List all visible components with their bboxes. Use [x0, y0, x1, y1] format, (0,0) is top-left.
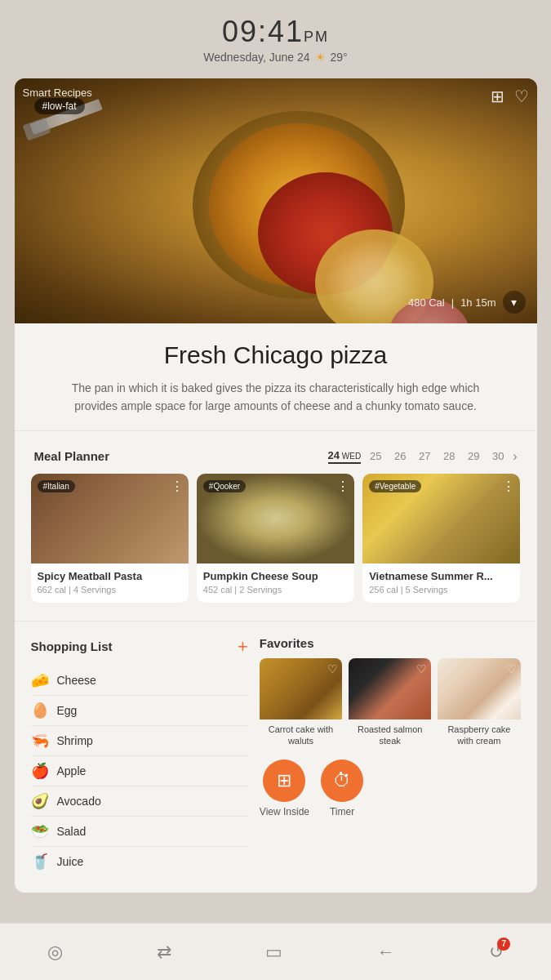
meal-meta-pasta: 662 cal | 4 Servings: [38, 585, 182, 595]
view-inside-button[interactable]: ⊞: [263, 760, 305, 802]
nav-home[interactable]: ◎: [47, 942, 63, 963]
shopping-item-egg: 🥚 Egg: [31, 696, 248, 726]
hero-label: Smart Recipes: [23, 87, 92, 99]
juice-icon: 🥤: [31, 853, 49, 871]
fav-card-raspberry[interactable]: ♡ Raspberry cake with cream: [438, 658, 520, 749]
meal-planner-title: Meal Planner: [34, 449, 110, 463]
meal-card-body-pasta: Spicy Meatball Pasta 662 cal | 4 Serving…: [31, 564, 189, 603]
shopping-item-juice: 🥤 Juice: [31, 847, 248, 876]
timer-label: Timer: [330, 806, 354, 817]
date-item-24[interactable]: 24 WED: [328, 449, 362, 464]
nav-window[interactable]: ▭: [265, 942, 282, 963]
pizza-sauce: [258, 172, 393, 295]
favorites-section: Favorites ♡ Carrot cake with waluts ♡ Ro…: [260, 636, 521, 876]
date-item-28[interactable]: 28: [439, 450, 459, 462]
cheese-label: Cheese: [57, 674, 96, 687]
meal-cards-container: #Italian ⋮ Spicy Meatball Pasta 662 cal …: [31, 474, 521, 603]
shopping-item-shrimp: 🦐 Shrimp: [31, 726, 248, 756]
expand-button[interactable]: ▾: [503, 291, 526, 314]
home-nav-icon: ◎: [47, 942, 63, 963]
pizza-visual: [184, 95, 413, 307]
date-next-icon[interactable]: ›: [513, 449, 517, 464]
swap-nav-icon: ⇄: [157, 942, 171, 963]
salad-icon: 🥗: [31, 822, 49, 840]
date-item-30[interactable]: 30: [488, 450, 508, 462]
salad-label: Salad: [57, 825, 87, 838]
recipe-grid-icon[interactable]: ⊞: [491, 87, 504, 106]
date-text: Wednesday, June 24: [203, 51, 309, 64]
divider-1: [15, 430, 537, 431]
hero-tag: #low-fat: [34, 98, 85, 114]
shopping-header: Shopping List +: [31, 636, 248, 657]
meal-planner-section: Meal Planner 24 WED 25 26 27 28 29 30 › …: [15, 438, 537, 614]
shopping-item-avocado: 🥑 Avocado: [31, 786, 248, 817]
hero-action-buttons: ⊞ ♡: [491, 87, 529, 106]
meal-meta-soup: 452 cal | 2 Servings: [203, 585, 348, 595]
timer-button[interactable]: ⏱: [321, 760, 363, 802]
view-inside-label: View Inside: [260, 806, 309, 817]
view-inside-wrap: ⊞ View Inside: [260, 760, 309, 817]
date-item-29[interactable]: 29: [464, 450, 483, 462]
weather-icon: ☀: [315, 51, 326, 64]
fav-img-raspberry: ♡: [438, 658, 520, 719]
add-item-button[interactable]: +: [238, 636, 248, 657]
fav-label-raspberry: Raspberry cake with cream: [438, 719, 520, 749]
window-nav-icon: ▭: [265, 942, 282, 963]
recent-badge: 7: [497, 938, 510, 951]
shopping-item-cheese: 🧀 Cheese: [31, 666, 248, 696]
timer-icon: ⏱: [333, 770, 351, 791]
view-inside-icon: ⊞: [277, 770, 291, 791]
meal-card-body-summer: Vietnamese Summer R... 256 cal | 5 Servi…: [362, 564, 520, 603]
fav-img-salmon: ♡: [349, 658, 431, 719]
meal-name-summer: Vietnamese Summer R...: [369, 570, 513, 582]
favorite-heart-icon[interactable]: ♡: [514, 87, 529, 106]
date-navigation: 24 WED 25 26 27 28 29 30 ›: [328, 449, 518, 464]
time-display: 09:41: [222, 15, 304, 48]
clock: 09:41PM: [0, 15, 551, 49]
meal-more-icon-summer[interactable]: ⋮: [502, 479, 515, 494]
meal-tag-qooker: #Qooker: [203, 480, 246, 492]
fav-heart-carrot[interactable]: ♡: [327, 662, 338, 675]
hero-app-label: Smart Recipes #low-fat: [23, 87, 92, 122]
meal-card-img-summer: #Vegetable ⋮: [362, 474, 520, 564]
date-item-27[interactable]: 27: [415, 450, 434, 462]
recipe-info: Fresh Chicago pizza The pan in which it …: [15, 323, 537, 424]
recipe-description: The pan in which it is baked gives the p…: [64, 379, 488, 416]
meal-card-img-pasta: #Italian ⋮: [31, 474, 189, 564]
action-buttons: ⊞ View Inside ⏱ Timer: [260, 760, 521, 817]
favorites-cards: ♡ Carrot cake with waluts ♡ Roasted salm…: [260, 658, 521, 749]
back-nav-icon: ←: [377, 942, 395, 963]
egg-label: Egg: [57, 704, 78, 717]
nav-swap[interactable]: ⇄: [157, 942, 171, 963]
timer-wrap: ⏱ Timer: [321, 760, 363, 817]
calorie-text: 480 Cal: [408, 296, 445, 309]
meal-more-icon-soup[interactable]: ⋮: [336, 479, 349, 494]
date-display: Wednesday, June 24 ☀ 29°: [0, 51, 551, 64]
meal-card-pasta[interactable]: #Italian ⋮ Spicy Meatball Pasta 662 cal …: [31, 474, 189, 603]
favorites-title: Favorites: [260, 636, 521, 650]
meal-card-summer[interactable]: #Vegetable ⋮ Vietnamese Summer R... 256 …: [362, 474, 520, 603]
nav-back[interactable]: ←: [377, 942, 395, 963]
date-item-25[interactable]: 25: [366, 450, 385, 462]
shopping-item-salad: 🥗 Salad: [31, 817, 248, 847]
main-card: Smart Recipes #low-fat ⊞ ♡ 480 Cal | 1h …: [15, 78, 537, 893]
apple-icon: 🍎: [31, 762, 49, 780]
separator: |: [451, 296, 454, 309]
date-item-26[interactable]: 26: [390, 450, 410, 462]
divider-2: [15, 621, 537, 621]
fav-label-salmon: Roasted salmon steak: [349, 719, 431, 749]
meal-card-body-soup: Pumpkin Cheese Soup 452 cal | 2 Servings: [197, 564, 354, 603]
pizza-base: [209, 123, 389, 287]
meal-card-soup[interactable]: #Qooker ⋮ Pumpkin Cheese Soup 452 cal | …: [197, 474, 354, 603]
fav-card-carrot[interactable]: ♡ Carrot cake with waluts: [260, 658, 342, 749]
meal-meta-summer: 256 cal | 5 Servings: [369, 585, 513, 595]
hero-toolbar: Smart Recipes #low-fat ⊞ ♡: [23, 87, 529, 122]
fav-card-salmon[interactable]: ♡ Roasted salmon steak: [349, 658, 431, 749]
temp-text: 29°: [331, 51, 348, 64]
hero-section: Smart Recipes #low-fat ⊞ ♡ 480 Cal | 1h …: [15, 78, 537, 323]
fav-heart-salmon[interactable]: ♡: [416, 662, 427, 675]
fav-heart-raspberry[interactable]: ♡: [506, 662, 517, 675]
bottom-sections: Shopping List + 🧀 Cheese 🥚 Egg 🦐 Shrimp …: [15, 628, 537, 893]
nav-recent[interactable]: ↺ 7: [489, 942, 504, 963]
meal-more-icon-pasta[interactable]: ⋮: [171, 479, 184, 494]
